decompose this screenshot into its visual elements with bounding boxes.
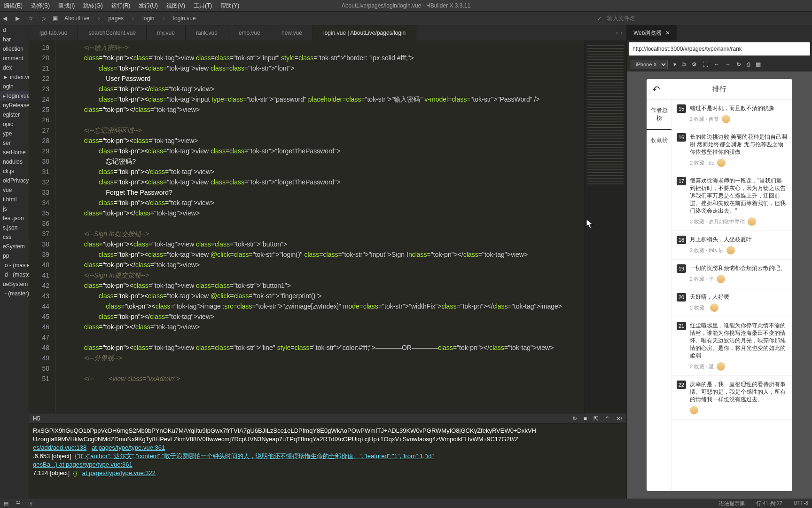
phone-back-icon[interactable]: ↶ — [652, 84, 660, 95]
console-link[interactable]: gesBa...} at pages/type/type.vue:361 — [33, 460, 623, 469]
minimap[interactable] — [584, 40, 626, 413]
file-tree-item[interactable]: opic — [0, 119, 29, 129]
pointer-icon[interactable]: ⟋ — [597, 15, 602, 22]
nav-forward-icon[interactable]: ▶ — [16, 15, 20, 22]
rank-item[interactable]: 22庆幸的是，我一直很理性的看待所有事情。可悲的是，我是个感性的人，所有的情绪我… — [672, 376, 792, 420]
file-tree-item[interactable]: js — [0, 204, 29, 214]
file-tree-item[interactable]: d - (master) — [0, 270, 29, 279]
file-tree-item[interactable]: ollection — [0, 44, 29, 54]
file-tree-item[interactable]: egister — [0, 110, 29, 119]
rank-list[interactable]: 15错过不是时机，而且数不清的犹豫2 收藏 · 西篁 16长的帅边挑边败 美丽的… — [672, 100, 792, 491]
editor-tab[interactable]: searchContent.vue — [78, 25, 147, 40]
bookmark-icon[interactable]: ⎙ — [747, 61, 750, 68]
file-tree-item[interactable]: eSystem — [0, 242, 29, 251]
open-icon[interactable]: ⧉ — [682, 61, 686, 68]
menu-publish[interactable]: 发行(U) — [139, 2, 158, 10]
editor-tab[interactable]: my.vue — [147, 25, 186, 40]
menu-run[interactable]: 运行(R) — [111, 2, 131, 10]
encoding[interactable]: UTF-8 — [794, 500, 808, 507]
file-tree-item[interactable]: ype — [0, 129, 29, 138]
file-tree-item[interactable]: ck.js — [0, 167, 29, 176]
file-tree-item[interactable]: ogin — [0, 82, 29, 91]
expand-icon[interactable]: ⛶ — [703, 61, 708, 68]
rank-item[interactable]: 17很喜欢徐涛老师的一段课，"当我们遇到挫折时，不要灰心，因为万物之法告诉我们事… — [672, 172, 792, 231]
device-select[interactable]: iPhone X — [631, 60, 668, 69]
crumb-2[interactable]: login — [142, 15, 154, 22]
file-tree-item[interactable]: - (master) — [0, 289, 29, 298]
rank-item[interactable]: 21红尘喧嚣里，谁能为你停守此情不渝的情丝，谁能为你携写沧海桑田不变的情怀。唯有… — [672, 317, 792, 376]
status-icon-2[interactable]: ☵ — [16, 500, 21, 507]
file-tree-item[interactable]: nyRelease — [0, 101, 29, 110]
file-tree-item[interactable]: s.json — [0, 223, 29, 232]
side-tab-favs[interactable]: 收藏榜 — [647, 130, 671, 158]
file-tree-item[interactable]: d — [0, 25, 29, 35]
console-link[interactable]: es/add/add.vue:138 — [33, 444, 86, 451]
close-icon[interactable]: ✕ — [665, 30, 670, 36]
file-tree-item[interactable]: css — [0, 232, 29, 242]
export-icon[interactable]: ⇱ — [593, 415, 598, 422]
menu-goto[interactable]: 跳转(G) — [83, 2, 102, 10]
file-tree-item[interactable]: ueSystem — [0, 279, 29, 289]
preview-tab[interactable]: Web浏览器 ✕ — [627, 25, 677, 40]
menu-help[interactable]: 帮助(Y) — [220, 2, 239, 10]
filename-input[interactable] — [607, 15, 645, 22]
forward-icon[interactable]: → — [725, 61, 731, 68]
play-icon[interactable]: ▷ — [42, 15, 46, 22]
crumb-1[interactable]: pages — [108, 15, 124, 22]
url-bar[interactable]: http://localhost:3000/#/pages/type/rank/… — [629, 42, 810, 56]
file-tree-item[interactable]: ser — [0, 138, 29, 148]
code-editor[interactable]: 1920212223242526272829303132333435363738… — [29, 40, 626, 413]
file-tree-item[interactable]: o - (master) — [0, 261, 29, 270]
console-link[interactable]: at pages/type/type.vue:361 — [92, 444, 165, 451]
collapse-icon[interactable]: ⌃ — [605, 415, 609, 422]
status-icon-1[interactable]: ▤ — [4, 500, 8, 507]
file-tree-item[interactable]: fest.json — [0, 214, 29, 223]
menu-select[interactable]: 选择(S) — [31, 2, 50, 10]
editor-tab[interactable]: lgd-tab.vue — [29, 25, 78, 40]
file-tree-item[interactable]: har — [0, 35, 29, 44]
file-tree-item[interactable]: dex — [0, 63, 29, 72]
menu-tools[interactable]: 工具(T) — [194, 2, 212, 10]
close-panel-icon[interactable]: ✕⁝ — [616, 415, 623, 422]
rank-item[interactable]: 16长的帅边挑边败 美丽的花种是怕自己凋谢 然而始终都会凋谢 无与伦等匹之物 你… — [672, 128, 792, 172]
file-tree-item[interactable]: omment — [0, 54, 29, 63]
status-icon-3[interactable]: ⊡ — [28, 500, 32, 507]
editor-tab[interactable]: rank.vue — [186, 25, 228, 40]
reload-icon[interactable]: ↻ — [736, 61, 741, 68]
file-tree-item[interactable]: oidPrivacy.json — [0, 176, 29, 185]
file-explorer[interactable]: dharollectionommentdex► index.vueogin▸ l… — [0, 25, 29, 499]
gear-icon[interactable]: ⚙ — [692, 61, 697, 68]
rank-item[interactable]: 19一切的忧愁和烦恼都会烟消云散的吧。2 收藏 · 子 — [672, 260, 792, 288]
rank-item[interactable]: 18月上柳梢头，人坐枝夏叶2 收藏 · this.辰 — [672, 231, 792, 260]
editor-tab[interactable]: new.vue — [271, 25, 313, 40]
rank-item[interactable]: 20天好晴，人好暖2 收藏 · — [672, 288, 792, 317]
syntax-lib[interactable]: 语法提示库 — [719, 500, 745, 507]
file-tree-item[interactable]: vue — [0, 185, 29, 195]
crumb-3[interactable]: login.vue — [173, 15, 195, 22]
editor-tab[interactable]: emo.vue — [228, 25, 271, 40]
file-tree-item[interactable]: serHome — [0, 148, 29, 157]
back-icon[interactable]: ← — [714, 61, 719, 68]
tab-next-icon[interactable]: › — [621, 30, 623, 36]
file-tree-item[interactable]: nodules — [0, 157, 29, 167]
stop-icon[interactable]: ■ — [584, 415, 587, 422]
console-object[interactable]: {} — [73, 469, 77, 476]
editor-tab[interactable]: login.vue | AboutLive/pages/login — [313, 25, 416, 40]
project-icon[interactable]: ▣ — [53, 15, 58, 22]
refresh-icon[interactable]: ↻ — [572, 415, 577, 422]
side-tab-authors[interactable]: 作者总榜 — [647, 100, 671, 130]
file-tree-item[interactable]: ▸ login.vue — [0, 91, 29, 101]
console-link[interactable]: at pages/type/type.vue:322 — [82, 469, 156, 476]
file-tree-item[interactable]: ► index.vue — [0, 72, 29, 82]
rank-item[interactable]: 15错过不是时机，而且数不清的犹豫2 收藏 · 西篁 — [672, 100, 792, 128]
tab-prev-icon[interactable]: ‹ — [616, 30, 618, 36]
menu-view[interactable]: 视图(V) — [166, 2, 185, 10]
grid-icon[interactable]: ▦ — [756, 61, 761, 68]
cursor-position[interactable]: 行:41 列:27 — [756, 500, 782, 507]
menu-edit[interactable]: 编辑(E) — [4, 2, 23, 10]
console[interactable]: RxSGPiX9hGuQO1bPppVcDH6mgS2Mb0bPYnOKu7MA… — [29, 423, 626, 499]
code-body[interactable]: <!--输入密码--> class="tok-pn"><class="tok-t… — [55, 40, 584, 413]
file-tree-item[interactable]: t.html — [0, 195, 29, 204]
crumb-0[interactable]: AboutLive — [64, 15, 89, 22]
nav-back-icon[interactable]: ◀ — [3, 15, 7, 22]
